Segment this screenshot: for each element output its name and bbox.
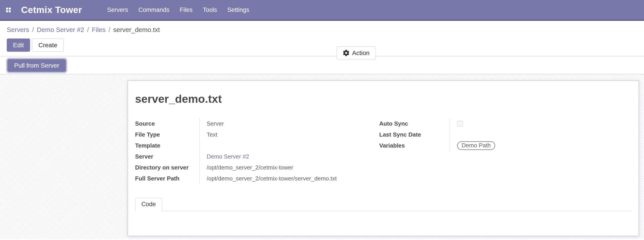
brand-title[interactable]: Cetmix Tower [21,5,82,15]
field-label-auto-sync: Auto Sync [379,118,450,129]
notebook: Code [135,198,632,211]
breadcrumb-demo-server[interactable]: Demo Server #2 [37,26,84,34]
field-value-file-type: Text [200,129,218,140]
field-value-directory: /opt/demo_server_2/cetmix-tower [200,162,293,173]
notebook-tabs: Code [135,198,632,211]
nav-item-servers[interactable]: Servers [107,6,128,13]
field-group-left: Source Server File Type Text Template Se… [135,118,379,184]
control-panel: Servers / Demo Server #2 / Files / serve… [0,21,644,56]
screen: Cetmix Tower Servers Commands Files Tool… [0,0,644,240]
edit-button[interactable]: Edit [7,38,30,52]
field-value-source: Server [200,118,224,129]
field-value-last-sync-date [450,129,457,140]
gear-icon [343,50,350,56]
form-sheet: server_demo.txt Source Server File Type … [128,80,639,236]
nav-item-commands[interactable]: Commands [138,6,170,13]
field-row-auto-sync: Auto Sync [379,118,632,129]
top-navbar: Cetmix Tower Servers Commands Files Tool… [0,0,644,21]
field-value-full-path: /opt/demo_server_2/cetmix-tower/server_d… [200,173,336,184]
field-row-last-sync-date: Last Sync Date [379,129,632,140]
field-value-variables: Demo Path [450,140,495,151]
field-label-template: Template [135,140,200,151]
breadcrumb: Servers / Demo Server #2 / Files / serve… [7,26,644,34]
nav-item-tools[interactable]: Tools [203,6,217,13]
nav-item-settings[interactable]: Settings [227,6,249,13]
field-label-directory: Directory on server [135,162,200,173]
field-label-file-type: File Type [135,129,200,140]
variable-tag-demo-path: Demo Path [457,141,495,150]
field-value-auto-sync [450,118,463,129]
action-button[interactable]: Action [336,46,376,60]
tab-code[interactable]: Code [135,198,162,211]
breadcrumb-separator: / [32,26,34,34]
nav-item-files[interactable]: Files [180,6,192,13]
breadcrumb-current: server_demo.txt [113,26,160,34]
field-label-last-sync-date: Last Sync Date [379,129,450,140]
field-group-right: Auto Sync Last Sync Date Variables Demo … [379,118,632,184]
breadcrumb-files[interactable]: Files [92,26,106,34]
server-link[interactable]: Demo Server #2 [207,153,249,160]
record-title: server_demo.txt [135,92,632,106]
pull-from-server-button[interactable]: Pull from Server [8,59,66,72]
field-row-variables: Variables Demo Path [379,140,632,151]
button-row: Edit Create [7,38,644,52]
form-view-background: server_demo.txt Source Server File Type … [0,74,644,239]
field-row-server: Server Demo Server #2 [135,151,379,162]
field-row-template: Template [135,140,379,151]
field-label-full-path: Full Server Path [135,173,200,184]
field-value-template [200,140,207,151]
field-label-source: Source [135,118,200,129]
breadcrumb-separator: / [108,26,110,34]
field-row-directory: Directory on server /opt/demo_server_2/c… [135,162,379,173]
auto-sync-checkbox[interactable] [457,121,463,127]
breadcrumb-servers[interactable]: Servers [7,26,29,34]
field-value-server: Demo Server #2 [200,151,249,162]
field-label-variables: Variables [379,140,450,151]
breadcrumb-separator: / [87,26,89,34]
field-groups: Source Server File Type Text Template Se… [135,118,632,184]
nav-menu: Servers Commands Files Tools Settings [107,6,249,13]
field-row-file-type: File Type Text [135,129,379,140]
field-row-source: Source Server [135,118,379,129]
statusbar: Pull from Server [0,56,644,74]
action-button-label: Action [352,49,370,57]
field-row-full-path: Full Server Path /opt/demo_server_2/cetm… [135,173,379,184]
field-label-server: Server [135,151,200,162]
apps-grid-icon[interactable] [6,8,10,12]
create-button[interactable]: Create [32,38,64,52]
